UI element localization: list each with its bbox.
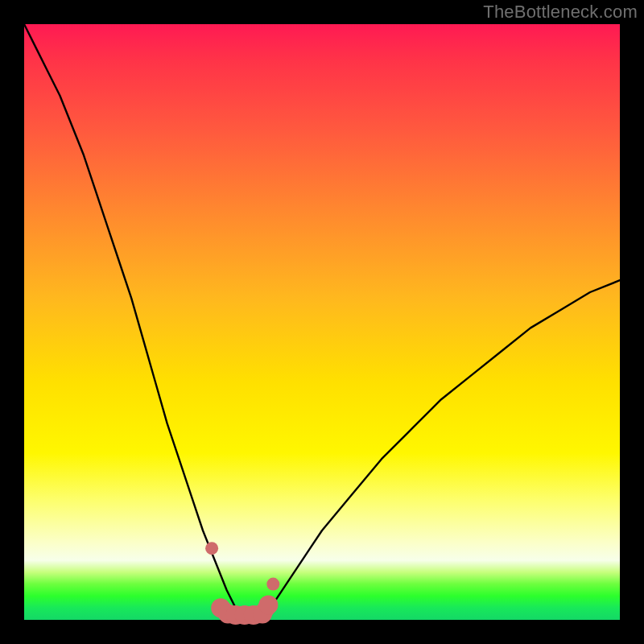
bottleneck-curve-svg bbox=[24, 24, 620, 620]
optimal-marker-dot bbox=[258, 596, 278, 615]
plot-area bbox=[24, 24, 620, 620]
optimal-range-markers bbox=[205, 542, 279, 625]
optimal-marker-dot bbox=[266, 578, 279, 591]
bottleneck-curve-path bbox=[24, 24, 620, 617]
optimal-marker-dot bbox=[205, 542, 218, 555]
watermark-text: TheBottleneck.com bbox=[483, 2, 638, 23]
chart-frame: TheBottleneck.com bbox=[0, 0, 644, 644]
